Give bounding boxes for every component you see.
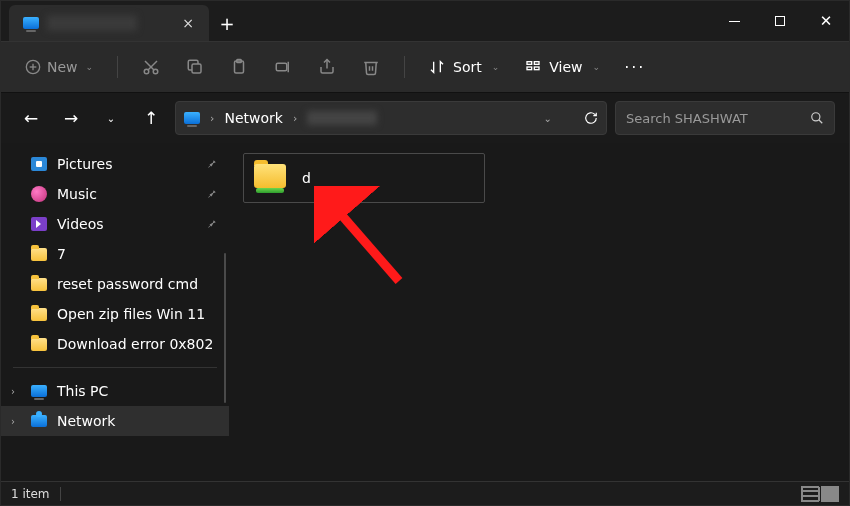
paste-button[interactable] bbox=[220, 50, 258, 84]
sidebar-item-folder[interactable]: 7 bbox=[1, 239, 229, 269]
maximize-button[interactable] bbox=[757, 1, 803, 41]
separator bbox=[60, 487, 61, 501]
search-icon bbox=[810, 111, 824, 125]
file-item-label: d bbox=[302, 170, 311, 186]
details-view-button[interactable] bbox=[801, 486, 819, 502]
main-pane[interactable]: d bbox=[229, 143, 849, 481]
svg-rect-10 bbox=[276, 63, 287, 71]
music-icon bbox=[31, 186, 47, 202]
back-button[interactable]: ← bbox=[15, 102, 47, 134]
network-icon bbox=[31, 415, 47, 427]
sidebar-label: Open zip files Win 11 bbox=[57, 306, 205, 322]
sidebar-label: Network bbox=[57, 413, 115, 429]
sidebar-label: Music bbox=[57, 186, 97, 202]
recent-dropdown[interactable]: ⌄ bbox=[95, 102, 127, 134]
pc-icon bbox=[31, 385, 47, 397]
svg-point-17 bbox=[812, 113, 820, 121]
folder-icon bbox=[31, 278, 47, 291]
folder-icon bbox=[31, 338, 47, 351]
command-bar: New ⌄ Sort ⌄ View ⌄ bbox=[1, 41, 849, 93]
window-controls: ✕ bbox=[711, 1, 849, 41]
plus-circle-icon bbox=[25, 59, 41, 75]
window-tab[interactable]: × bbox=[9, 5, 209, 41]
close-button[interactable]: ✕ bbox=[803, 1, 849, 41]
more-button[interactable]: ··· bbox=[616, 58, 645, 77]
cut-icon bbox=[142, 58, 160, 76]
search-box[interactable]: Search SHASHWAT bbox=[615, 101, 835, 135]
pc-icon bbox=[184, 112, 200, 124]
scrollbar-thumb[interactable] bbox=[224, 253, 226, 403]
minimize-button[interactable] bbox=[711, 1, 757, 41]
svg-rect-14 bbox=[535, 62, 540, 65]
copy-icon bbox=[186, 58, 204, 76]
explorer-window: × + ✕ New ⌄ bbox=[0, 0, 850, 506]
svg-rect-13 bbox=[527, 62, 532, 65]
rename-icon bbox=[274, 58, 292, 76]
sort-button[interactable]: Sort ⌄ bbox=[419, 53, 509, 81]
sidebar: Pictures Music Videos 7 reset password c… bbox=[1, 143, 229, 481]
breadcrumb-network[interactable]: Network bbox=[224, 110, 282, 126]
nav-row: ← → ⌄ ↑ › Network › ⌄ Search SHASHWAT bbox=[1, 93, 849, 143]
tab-close-icon[interactable]: × bbox=[181, 15, 195, 31]
address-dropdown-icon[interactable]: ⌄ bbox=[544, 113, 552, 124]
sidebar-item-network[interactable]: › Network bbox=[1, 406, 229, 436]
pin-icon bbox=[207, 189, 217, 199]
sidebar-label: Download error 0x802 bbox=[57, 336, 213, 352]
up-button[interactable]: ↑ bbox=[135, 102, 167, 134]
cut-button[interactable] bbox=[132, 50, 170, 84]
sidebar-item-thispc[interactable]: › This PC bbox=[1, 376, 229, 406]
item-count: 1 item bbox=[11, 487, 50, 501]
sidebar-item-music[interactable]: Music bbox=[1, 179, 229, 209]
status-bar: 1 item bbox=[1, 481, 849, 505]
view-icon bbox=[525, 59, 541, 75]
delete-button[interactable] bbox=[352, 50, 390, 84]
share-button[interactable] bbox=[308, 50, 346, 84]
copy-button[interactable] bbox=[176, 50, 214, 84]
sidebar-item-pictures[interactable]: Pictures bbox=[1, 149, 229, 179]
pictures-icon bbox=[31, 157, 47, 171]
chevron-down-icon: ⌄ bbox=[492, 62, 500, 72]
sidebar-item-folder[interactable]: Open zip files Win 11 bbox=[1, 299, 229, 329]
folder-icon bbox=[31, 248, 47, 261]
svg-rect-7 bbox=[192, 64, 201, 73]
share-icon bbox=[318, 58, 336, 76]
file-item-network-share[interactable]: d bbox=[243, 153, 485, 203]
svg-rect-16 bbox=[535, 67, 540, 70]
new-tab-button[interactable]: + bbox=[209, 5, 245, 41]
videos-icon bbox=[31, 217, 47, 231]
paste-icon bbox=[230, 58, 248, 76]
sidebar-item-folder[interactable]: Download error 0x802 bbox=[1, 329, 229, 359]
svg-line-18 bbox=[819, 120, 823, 124]
chevron-down-icon: ⌄ bbox=[593, 62, 601, 72]
refresh-icon[interactable] bbox=[584, 111, 598, 125]
view-mode-switch bbox=[801, 486, 839, 502]
separator bbox=[404, 56, 405, 78]
sort-icon bbox=[429, 59, 445, 75]
chevron-right-icon[interactable]: › bbox=[210, 112, 214, 125]
icons-view-button[interactable] bbox=[821, 486, 839, 502]
sidebar-item-videos[interactable]: Videos bbox=[1, 209, 229, 239]
breadcrumb-leaf-redacted[interactable] bbox=[307, 111, 377, 125]
sidebar-label: reset password cmd bbox=[57, 276, 198, 292]
sort-label: Sort bbox=[453, 59, 482, 75]
view-button[interactable]: View ⌄ bbox=[515, 53, 610, 81]
svg-rect-15 bbox=[527, 67, 532, 70]
folder-icon bbox=[31, 308, 47, 321]
pc-icon bbox=[23, 17, 39, 29]
expand-icon[interactable]: › bbox=[11, 416, 15, 427]
forward-button[interactable]: → bbox=[55, 102, 87, 134]
content-area: Pictures Music Videos 7 reset password c… bbox=[1, 143, 849, 481]
titlebar: × + ✕ bbox=[1, 1, 849, 41]
expand-icon[interactable]: › bbox=[11, 386, 15, 397]
sidebar-label: This PC bbox=[57, 383, 108, 399]
sidebar-item-folder[interactable]: reset password cmd bbox=[1, 269, 229, 299]
rename-button[interactable] bbox=[264, 50, 302, 84]
chevron-down-icon: ⌄ bbox=[86, 62, 94, 72]
tab-title-redacted bbox=[47, 15, 137, 31]
chevron-right-icon[interactable]: › bbox=[293, 112, 297, 125]
new-button[interactable]: New ⌄ bbox=[15, 53, 103, 81]
address-bar[interactable]: › Network › ⌄ bbox=[175, 101, 607, 135]
network-share-icon bbox=[254, 164, 288, 192]
pin-icon bbox=[207, 219, 217, 229]
sidebar-label: Pictures bbox=[57, 156, 112, 172]
